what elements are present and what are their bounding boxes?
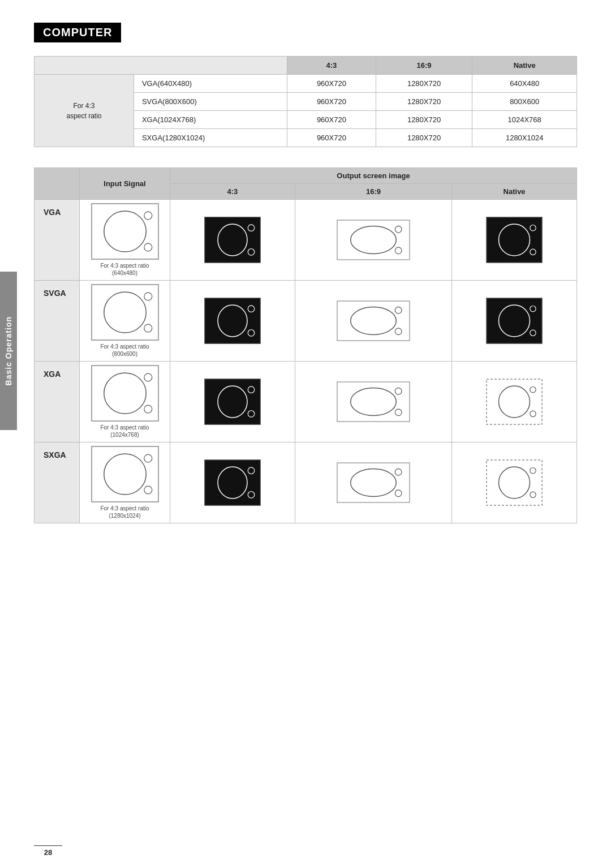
output-43-img xyxy=(175,459,290,506)
page-number: 28 xyxy=(34,845,62,857)
svg-rect-32 xyxy=(92,366,158,421)
output-43-cell xyxy=(170,281,295,362)
screen-row-label: SXGA xyxy=(35,442,80,523)
sub-header-43: 4:3 xyxy=(170,184,295,200)
input-caption: For 4:3 aspect ratio(1024x768) xyxy=(100,424,149,439)
input-resolution: XGA(1024X768) xyxy=(134,111,287,129)
svg-rect-48 xyxy=(92,446,158,502)
sub-header-native: Native xyxy=(452,184,577,200)
col-header-43: 4:3 xyxy=(287,57,376,75)
input-signal-cell: For 4:3 aspect ratio(1280x1024) xyxy=(80,442,170,523)
output-native-img xyxy=(457,298,572,344)
input-resolution: VGA(640X480) xyxy=(134,75,287,93)
output-native-img xyxy=(457,217,572,263)
output-169-cell xyxy=(295,442,451,523)
input-signal-cell: For 4:3 aspect ratio(1024x768) xyxy=(80,362,170,442)
resolution-table: 4:3 16:9 Native For 4:3aspect ratioVGA(6… xyxy=(34,56,577,147)
screen-table: Input Signal Output screen image 4:3 16:… xyxy=(34,167,577,523)
output-screen-image-header: Output screen image xyxy=(170,168,577,184)
output-43-cell xyxy=(170,442,295,523)
aspect-ratio-label: For 4:3aspect ratio xyxy=(35,75,134,147)
ratio-169: 1280X720 xyxy=(376,129,472,147)
output-43-img xyxy=(175,217,290,263)
input-caption: For 4:3 aspect ratio(1280x1024) xyxy=(100,505,149,519)
svg-rect-16 xyxy=(92,285,158,340)
input-caption: For 4:3 aspect ratio(800x600) xyxy=(100,343,149,358)
output-43-img xyxy=(175,379,290,425)
svg-rect-0 xyxy=(92,204,158,259)
screen-row-label: SVGA xyxy=(35,281,80,362)
output-native-img xyxy=(457,379,572,425)
ratio-169: 1280X720 xyxy=(376,75,472,93)
input-signal-header xyxy=(35,168,80,200)
ratio-43: 960X720 xyxy=(287,129,376,147)
resolution-table-section: 4:3 16:9 Native For 4:3aspect ratioVGA(6… xyxy=(34,56,577,147)
native-resolution: 800X600 xyxy=(472,93,577,111)
input-resolution: SXGA(1280X1024) xyxy=(134,129,287,147)
output-native-cell xyxy=(452,442,577,523)
output-169-cell xyxy=(295,362,451,442)
input-signal-cell: For 4:3 aspect ratio(800x600) xyxy=(80,281,170,362)
output-169-img xyxy=(300,381,447,422)
output-native-img xyxy=(457,459,572,506)
page-title: COMPUTER xyxy=(34,23,121,42)
screen-row-label: XGA xyxy=(35,362,80,442)
output-native-cell xyxy=(452,200,577,281)
col-header-169: 16:9 xyxy=(376,57,472,75)
native-resolution: 1280X1024 xyxy=(472,129,577,147)
sub-header-169: 16:9 xyxy=(295,184,451,200)
output-169-cell xyxy=(295,200,451,281)
output-43-cell xyxy=(170,362,295,442)
native-resolution: 1024X768 xyxy=(472,111,577,129)
ratio-43: 960X720 xyxy=(287,75,376,93)
output-169-cell xyxy=(295,281,451,362)
ratio-169: 1280X720 xyxy=(376,111,472,129)
output-43-img xyxy=(175,298,290,344)
ratio-43: 960X720 xyxy=(287,93,376,111)
output-43-cell xyxy=(170,200,295,281)
ratio-169: 1280X720 xyxy=(376,93,472,111)
input-signal-cell: For 4:3 aspect ratio(640x480) xyxy=(80,200,170,281)
screen-table-section: Input Signal Output screen image 4:3 16:… xyxy=(34,167,577,523)
screen-row-label: VGA xyxy=(35,200,80,281)
output-169-img xyxy=(300,220,447,260)
ratio-43: 960X720 xyxy=(287,111,376,129)
output-169-img xyxy=(300,300,447,341)
native-resolution: 640X480 xyxy=(472,75,577,93)
output-native-cell xyxy=(452,362,577,442)
output-native-cell xyxy=(452,281,577,362)
input-signal-label: Input Signal xyxy=(80,168,170,200)
output-169-img xyxy=(300,462,447,503)
input-caption: For 4:3 aspect ratio(640x480) xyxy=(100,262,149,277)
input-resolution: SVGA(800X600) xyxy=(134,93,287,111)
col-header-native: Native xyxy=(472,57,577,75)
